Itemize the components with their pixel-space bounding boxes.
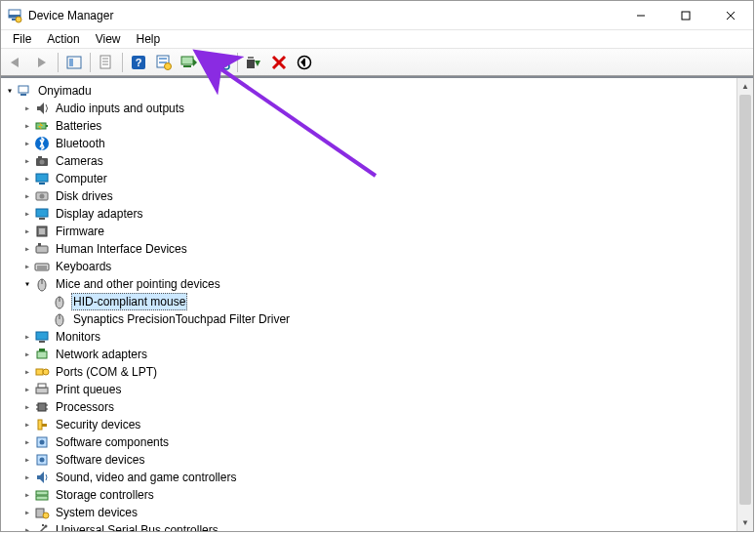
expand-chevron-icon[interactable]: ▸	[20, 187, 34, 205]
scan-hardware-button[interactable]	[210, 52, 233, 73]
tree-item-batteries[interactable]: ▸ Batteries	[20, 117, 753, 135]
device-tree[interactable]: ▾ Onyimadu ▸ Audio inputs and outputs ▸ …	[3, 82, 753, 531]
tree-item-monitors[interactable]: ▸ Monitors	[20, 328, 753, 346]
svg-rect-56	[39, 228, 45, 234]
expand-chevron-icon[interactable]: ▸	[20, 205, 34, 223]
expand-chevron-icon[interactable]: ▸	[20, 223, 34, 240]
menu-action[interactable]: Action	[39, 31, 87, 47]
forward-button[interactable]	[30, 52, 54, 73]
back-button[interactable]	[5, 52, 28, 73]
tree-item-display[interactable]: ▸ Display adapters	[20, 205, 753, 223]
expand-chevron-icon[interactable]: ▸	[20, 433, 34, 451]
maximize-button[interactable]	[663, 1, 708, 29]
expand-chevron-icon[interactable]: ▸	[20, 135, 34, 152]
tree-item-bluetooth[interactable]: ▸ Bluetooth	[20, 135, 753, 152]
tree-item-label: Onyimadu	[36, 82, 94, 100]
tree-item-processors[interactable]: ▸ Processors	[20, 398, 753, 416]
vertical-scrollbar[interactable]: ▲ ▼	[736, 78, 753, 531]
expand-chevron-icon[interactable]: ▸	[20, 416, 34, 433]
menu-view[interactable]: View	[88, 31, 129, 47]
scroll-up-button[interactable]: ▲	[737, 78, 753, 95]
svg-rect-40	[20, 94, 26, 96]
tree-item-label: Storage controllers	[54, 486, 156, 504]
collapse-chevron-icon[interactable]: ▾	[3, 82, 17, 100]
svg-rect-22	[181, 57, 193, 64]
expand-chevron-icon[interactable]: ▸	[20, 170, 34, 187]
tree-item-swcomp[interactable]: ▸ Software components	[20, 433, 753, 451]
tree-item-security[interactable]: ▸ Security devices	[20, 416, 753, 433]
svg-marker-30	[255, 61, 260, 66]
expand-chevron-icon[interactable]: ▸	[20, 328, 34, 346]
svg-point-84	[40, 440, 45, 445]
svg-point-52	[40, 194, 45, 199]
svg-rect-95	[42, 524, 44, 526]
svg-rect-48	[38, 156, 42, 158]
usb-icon	[34, 522, 50, 531]
tree-item-label: System devices	[54, 504, 139, 521]
tree-item-disk[interactable]: ▸ Disk drives	[20, 187, 753, 205]
expand-chevron-icon[interactable]: ▸	[20, 240, 34, 258]
tree-item-label: Cameras	[54, 152, 105, 170]
help-button[interactable]: ?	[127, 52, 150, 73]
update-driver-button[interactable]	[178, 52, 201, 73]
tree-item-label: Firmware	[54, 223, 106, 240]
expand-chevron-icon[interactable]: ▸	[20, 486, 34, 504]
tree-item-hid-mouse[interactable]: · HID-compliant mouse	[38, 293, 753, 310]
tree-item-audio[interactable]: ▸ Audio inputs and outputs	[20, 100, 753, 117]
menu-help[interactable]: Help	[129, 31, 169, 47]
expand-chevron-icon[interactable]: ▸	[20, 117, 34, 135]
tree-item-hid[interactable]: ▸ Human Interface Devices	[20, 240, 753, 258]
svg-rect-71	[39, 349, 45, 351]
properties-button[interactable]	[95, 52, 118, 73]
svg-rect-88	[36, 491, 48, 495]
menu-file[interactable]: File	[5, 31, 39, 47]
tree-item-label: Sound, video and game controllers	[54, 469, 238, 486]
show-tree-button[interactable]	[62, 52, 86, 73]
tree-item-network[interactable]: ▸ Network adapters	[20, 346, 753, 363]
tree-item-system[interactable]: ▸ System devices	[20, 504, 753, 521]
tree-item-mice[interactable]: ▾ Mice and other pointing devices	[20, 275, 753, 293]
tree-item-storage[interactable]: ▸ Storage controllers	[20, 486, 753, 504]
expand-chevron-icon[interactable]: ▸	[20, 152, 34, 170]
expand-chevron-icon[interactable]: ▸	[20, 521, 34, 531]
tree-item-label: Network adapters	[54, 346, 149, 363]
tree-item-label: Processors	[54, 398, 116, 416]
svg-rect-75	[38, 384, 46, 388]
close-button[interactable]	[708, 1, 753, 29]
processors-icon	[34, 399, 50, 415]
expand-chevron-icon[interactable]: ▸	[20, 504, 34, 521]
expand-chevron-icon[interactable]: ▸	[20, 363, 34, 381]
svg-rect-72	[36, 369, 43, 375]
tree-item-swdev[interactable]: ▸ Software devices	[20, 451, 753, 469]
tree-item-label: Ports (COM & LPT)	[54, 363, 159, 381]
expand-chevron-icon[interactable]: ▸	[20, 258, 34, 275]
tree-item-cameras[interactable]: ▸ Cameras	[20, 152, 753, 170]
expand-chevron-icon[interactable]: ▸	[20, 469, 34, 486]
tree-item-computer[interactable]: ▸ Computer	[20, 170, 753, 187]
tree-item-firmware[interactable]: ▸ Firmware	[20, 223, 753, 240]
tree-item-sound[interactable]: ▸ Sound, video and game controllers	[20, 469, 753, 486]
expand-chevron-icon[interactable]: ▸	[20, 451, 34, 469]
expand-chevron-icon[interactable]: ▸	[20, 100, 34, 117]
svg-point-73	[43, 369, 49, 375]
tree-item-usb[interactable]: ▸ Universal Serial Bus controllers	[20, 521, 753, 531]
expand-chevron-icon[interactable]: ▸	[20, 381, 34, 398]
tree-item-label: HID-compliant mouse	[71, 293, 187, 310]
tree-item-keyboards[interactable]: ▸ Keyboards	[20, 258, 753, 275]
tree-root-item[interactable]: ▾ Onyimadu	[3, 82, 753, 100]
tree-item-label: Software devices	[54, 451, 146, 469]
uninstall-device-button[interactable]	[242, 52, 265, 73]
tree-item-printq[interactable]: ▸ Print queues	[20, 381, 753, 398]
expand-chevron-icon[interactable]: ▸	[20, 398, 34, 416]
svg-rect-58	[38, 243, 41, 246]
expand-chevron-icon[interactable]: ▸	[20, 346, 34, 363]
minimize-button[interactable]	[618, 1, 663, 29]
action-properties-button[interactable]	[152, 52, 176, 73]
tree-item-synaptics[interactable]: · Synaptics PrecisionTouchpad Filter Dri…	[38, 310, 753, 328]
collapse-chevron-icon[interactable]: ▾	[20, 275, 34, 293]
scroll-thumb[interactable]	[739, 95, 751, 505]
scroll-down-button[interactable]: ▼	[737, 514, 753, 531]
tree-item-ports[interactable]: ▸ Ports (COM & LPT)	[20, 363, 753, 381]
disable-device-button[interactable]	[267, 52, 291, 73]
add-legacy-button[interactable]	[293, 52, 316, 73]
